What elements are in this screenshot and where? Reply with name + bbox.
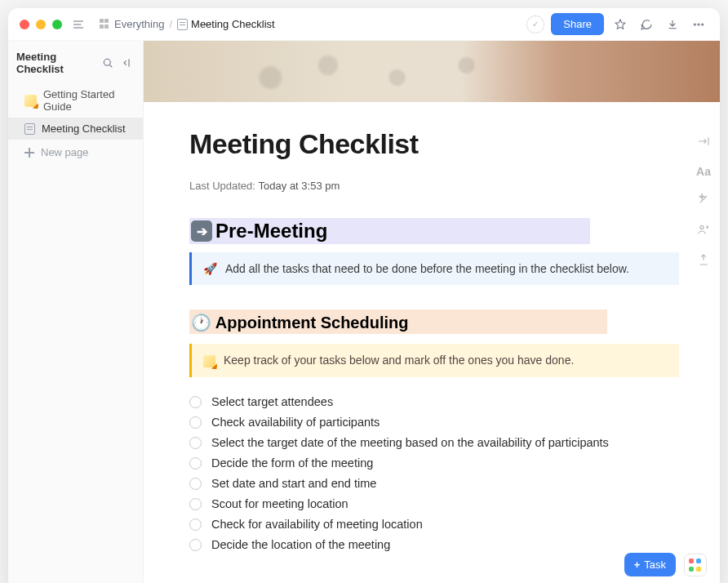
download-icon[interactable] — [663, 15, 682, 34]
sidebar-item-meeting-checklist[interactable]: Meeting Checklist — [8, 118, 143, 140]
checklist-item[interactable]: Scout for meeting location — [189, 497, 674, 510]
expand-icon[interactable] — [697, 135, 710, 150]
document-content: Meeting Checklist Last Updated: Today at… — [144, 102, 720, 583]
checkbox-icon[interactable] — [189, 498, 202, 510]
collapse-sidebar-icon[interactable] — [120, 56, 135, 70]
last-updated: Last Updated: Today at 3:53 pm — [189, 180, 674, 192]
checklist: Select target attendees Check availabili… — [189, 395, 674, 551]
close-window-button[interactable] — [20, 20, 29, 29]
memo-icon — [203, 355, 215, 367]
task-fab-label: Task — [644, 559, 666, 571]
checklist-item[interactable]: Select target attendees — [189, 395, 674, 408]
callout-appointment-text: Keep track of your tasks below and mark … — [224, 354, 574, 367]
sidebar-new-page[interactable]: New page — [8, 140, 143, 163]
topbar-actions: Share — [526, 13, 708, 35]
sidebar: Meeting Checklist Getting Started Guide … — [8, 41, 144, 583]
checklist-item[interactable]: Decide the location of the meeting — [189, 538, 674, 551]
checkbox-icon[interactable] — [189, 539, 202, 551]
checkbox-icon[interactable] — [189, 416, 202, 429]
sidebar-header: Meeting Checklist — [8, 41, 143, 83]
breadcrumb-root-label: Everything — [114, 18, 164, 30]
checklist-item-label: Decide the location of the meeting — [211, 538, 390, 551]
more-icon[interactable] — [689, 15, 708, 34]
svg-point-3 — [104, 59, 110, 65]
checklist-item[interactable]: Set date and start and end time — [189, 477, 674, 490]
checklist-item-label: Set date and start and end time — [211, 477, 376, 490]
breadcrumb-current-label: Meeting Checklist — [191, 18, 275, 30]
apps-fab-button[interactable] — [684, 554, 707, 576]
sync-status-icon[interactable] — [526, 16, 544, 33]
sidebar-new-page-label: New page — [41, 146, 89, 158]
svg-point-4 — [700, 225, 704, 229]
checkbox-icon[interactable] — [189, 518, 202, 531]
svg-point-0 — [694, 23, 695, 24]
task-fab-button[interactable]: + Task — [624, 553, 676, 576]
last-updated-value: Today at 3:53 pm — [259, 180, 340, 192]
export-icon[interactable] — [697, 253, 710, 269]
sidebar-item-label: Getting Started Guide — [43, 88, 135, 113]
checkbox-icon[interactable] — [189, 457, 202, 470]
breadcrumb-current[interactable]: Meeting Checklist — [177, 18, 275, 30]
checklist-item-label: Check availability of participants — [211, 416, 380, 429]
topbar: Everything / Meeting Checklist Share — [8, 8, 720, 41]
main-area: Meeting Checklist Last Updated: Today at… — [144, 41, 720, 583]
last-updated-prefix: Last Updated: — [189, 180, 255, 192]
minimize-window-button[interactable] — [36, 20, 46, 29]
breadcrumb-root[interactable]: Everything — [100, 18, 164, 30]
page-icon — [24, 123, 35, 135]
everything-icon — [100, 19, 111, 30]
checklist-item[interactable]: Select the target date of the meeting ba… — [189, 436, 674, 449]
people-icon[interactable] — [697, 223, 710, 238]
checkbox-icon[interactable] — [189, 437, 202, 449]
search-icon[interactable] — [100, 56, 115, 70]
favorite-icon[interactable] — [610, 15, 630, 34]
cover-image[interactable] — [144, 41, 720, 102]
typography-icon[interactable]: Aa — [696, 165, 711, 178]
checklist-item[interactable]: Decide the form of the meeting — [189, 456, 674, 470]
heading-appointment-scheduling[interactable]: 🕐 Appointment Scheduling — [189, 309, 607, 334]
sidebar-item-getting-started[interactable]: Getting Started Guide — [8, 83, 143, 118]
maximize-window-button[interactable] — [52, 20, 62, 29]
menu-toggle-icon[interactable] — [69, 15, 88, 34]
checklist-item[interactable]: Check availability of participants — [189, 416, 674, 429]
heading-pre-meeting-text: Pre-Meeting — [215, 220, 327, 243]
checkbox-icon[interactable] — [189, 478, 202, 490]
callout-appointment[interactable]: Keep track of your tasks below and mark … — [189, 344, 679, 377]
page-icon — [177, 19, 188, 30]
window-controls — [20, 20, 62, 29]
checklist-item-label: Decide the form of the meeting — [211, 456, 373, 470]
app-window: Everything / Meeting Checklist Share Mee… — [8, 8, 720, 583]
checkbox-icon[interactable] — [189, 396, 202, 408]
breadcrumb: Everything / Meeting Checklist — [100, 18, 275, 30]
rocket-icon: 🚀 — [203, 262, 217, 275]
arrow-right-icon: ➔ — [191, 220, 212, 242]
checklist-item-label: Scout for meeting location — [211, 497, 348, 510]
svg-point-1 — [698, 23, 699, 24]
callout-pre-meeting[interactable]: 🚀 Add all the tasks that need to be done… — [189, 252, 679, 285]
sidebar-item-label: Meeting Checklist — [42, 122, 126, 135]
memo-icon — [24, 95, 37, 107]
plus-icon — [24, 148, 34, 158]
sidebar-title: Meeting Checklist — [16, 51, 95, 75]
checklist-item-label: Check for availability of meeting locati… — [211, 518, 423, 531]
comment-icon[interactable] — [637, 15, 656, 34]
heading-pre-meeting[interactable]: ➔Pre-Meeting — [189, 218, 590, 244]
page-title[interactable]: Meeting Checklist — [189, 128, 674, 160]
checklist-item[interactable]: Check for availability of meeting locati… — [189, 518, 674, 531]
plus-icon: + — [634, 559, 641, 571]
share-button[interactable]: Share — [551, 13, 604, 35]
checklist-item-label: Select the target date of the meeting ba… — [211, 436, 609, 449]
checklist-item-label: Select target attendees — [211, 395, 333, 408]
app-body: Meeting Checklist Getting Started Guide … — [8, 41, 720, 583]
breadcrumb-separator: / — [169, 18, 172, 30]
callout-pre-meeting-text: Add all the tasks that need to be done b… — [225, 262, 629, 275]
right-rail: Aa — [687, 135, 720, 269]
ai-sparkle-icon[interactable] — [697, 193, 710, 208]
svg-point-2 — [702, 23, 704, 24]
